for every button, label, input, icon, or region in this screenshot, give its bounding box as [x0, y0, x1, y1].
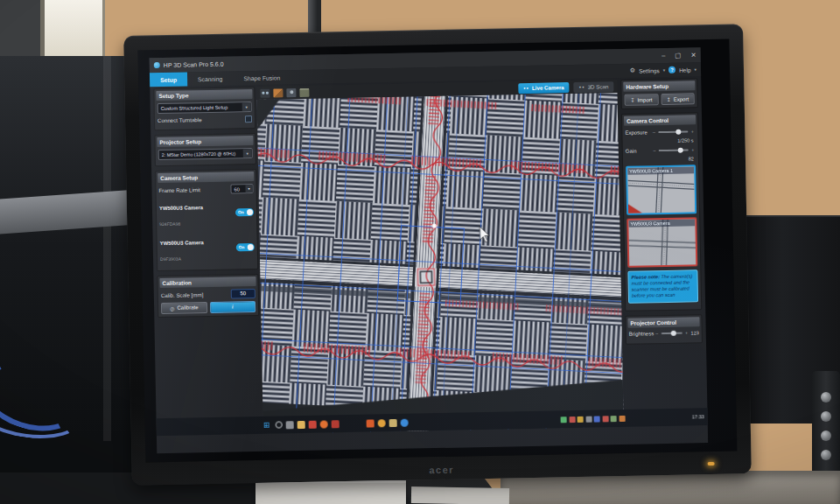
brightness-slider[interactable]: – + 123 [654, 330, 699, 336]
exposure-slider[interactable]: – + [651, 129, 695, 135]
live-camera-button[interactable]: ●● Live Camera [518, 82, 570, 94]
chevron-down-icon: ▾ [694, 66, 696, 72]
tray-icon-red[interactable] [569, 416, 575, 423]
camera-1-serial: 924FDA98 [159, 221, 180, 227]
tray-icon-blue[interactable] [594, 416, 600, 422]
settings-gear-icon: ⚙ [630, 67, 635, 74]
camera-row-1: YW500U3 Camera 924FDA98 On [159, 196, 255, 230]
camera-2-thumbnail[interactable]: YW500U3 Camera [626, 217, 697, 268]
taskbar-pinned-blue[interactable] [401, 418, 409, 426]
camera-1-name: YW500U3 Camera [159, 205, 203, 211]
live-camera-icon: ●● [523, 86, 529, 90]
camera-2-toggle[interactable]: On [236, 243, 255, 251]
camera-2-thumbnail-label: YW500U3 Camera [628, 219, 695, 227]
folder-icon[interactable] [299, 88, 309, 96]
calibration-pattern-view [257, 93, 624, 434]
power-strip-button [821, 392, 831, 402]
search-icon[interactable] [276, 421, 283, 428]
tray-icon-olive[interactable] [611, 416, 617, 422]
frame-rate-label: Frame Rate Limit [158, 186, 200, 193]
pair-view-icon[interactable] [260, 88, 270, 97]
scan-3d-button[interactable]: ●● 3D Scan [574, 81, 614, 93]
projector-dropdown[interactable]: 2: MStar Demo (1280x720 @ 60Hz) ▾ [158, 148, 253, 160]
tray-icon-orange[interactable] [619, 415, 625, 421]
chevron-down-icon: ▾ [243, 149, 252, 158]
minus-icon[interactable]: – [651, 130, 656, 135]
hardware-panel: Hardware Setup ↧ Import ↥ Export [620, 78, 703, 348]
app-window: HP 3D Scan Pro 5.6.0 – ▢ ✕ Setup Scannin… [150, 47, 709, 453]
setup-type-section: Setup Type Custom Structured Light Setup… [153, 87, 256, 130]
target-pattern [257, 93, 624, 434]
camera-1-toggle[interactable]: On [235, 208, 254, 216]
camera-row-2: YW500U3 Camera D9F3903A On [159, 231, 255, 265]
power-led [708, 462, 715, 466]
wall-corner-shadow [0, 0, 42, 65]
calibration-info-button[interactable]: i [209, 301, 256, 313]
minus-icon[interactable]: – [654, 331, 660, 336]
tab-shape-fusion[interactable]: Shape Fusion [233, 70, 290, 85]
camera-1-thumbnail[interactable]: YW500U3 Camera 1 [626, 164, 696, 215]
minus-icon[interactable]: – [652, 148, 657, 153]
export-icon: ↥ [667, 96, 671, 102]
camera-1-thumbnail-label: YW500U3 Camera 1 [627, 166, 694, 174]
white-box-2 [411, 486, 509, 504]
projector-setup-header: Projector Setup [157, 136, 253, 147]
photo-scene: acer HP 3D Scan Pro 5.6.0 – ▢ ✕ Setup Sc [0, 0, 840, 504]
import-button[interactable]: ↧ Import [625, 94, 659, 106]
tray-icon-green[interactable] [561, 416, 567, 423]
projector-control-section: Projector Control Brightness – + 123 [625, 314, 703, 345]
turntable-checkbox[interactable] [245, 116, 252, 122]
taskbar-app-red[interactable] [309, 420, 317, 428]
tray-icon-gray[interactable] [585, 416, 592, 422]
calibration-section: Calibration Calib. Scale [mm] 50 ◎ Calib… [157, 273, 259, 317]
export-button[interactable]: ↥ Export [661, 93, 695, 105]
chevron-down-icon: ▾ [245, 185, 252, 192]
taskbar-pinned-red[interactable] [367, 419, 374, 427]
frame-rate-dropdown[interactable]: 60 ▾ [230, 184, 253, 193]
pattern-image-icon[interactable] [273, 88, 283, 97]
taskbar-pinned-folder[interactable] [389, 418, 397, 426]
toggle-knob [248, 244, 254, 250]
camera-control-section: Camera Control Exposure – + 1/250 s [621, 112, 702, 311]
system-tray [561, 415, 626, 422]
toggle-knob [247, 209, 253, 215]
setup-type-header: Setup Type [156, 89, 252, 101]
taskbar-clock[interactable]: 17:33 [692, 414, 704, 419]
camera-live-view[interactable] [257, 93, 624, 434]
task-view-icon[interactable] [286, 421, 294, 429]
file-explorer-icon[interactable] [298, 420, 305, 428]
camera-control-header: Camera Control [624, 115, 696, 126]
monitor: acer HP 3D Scan Pro 5.6.0 – ▢ ✕ Setup Sc [123, 24, 752, 485]
close-button[interactable]: ✕ [690, 51, 696, 59]
tab-scanning[interactable]: Scanning [187, 71, 234, 86]
turntable-label: Connect Turntable [158, 116, 202, 123]
help-icon: ? [668, 66, 676, 74]
tray-icon-yellow[interactable] [578, 416, 584, 422]
power-strip-button [821, 411, 831, 422]
help-menu[interactable]: Help [679, 66, 691, 73]
projector-setup-section: Projector Setup 2: MStar Demo (1280x720 … [154, 133, 256, 166]
taskbar-pinned-orange[interactable] [378, 419, 386, 427]
window-light [40, 0, 105, 60]
calib-scale-input[interactable]: 50 [231, 289, 256, 299]
plus-icon[interactable]: + [684, 331, 690, 336]
taskbar-app-red-2[interactable] [332, 420, 340, 428]
settings-menu[interactable]: Settings [639, 67, 660, 74]
calibrate-button[interactable]: ◎ Calibrate [161, 302, 207, 314]
power-strip-button [821, 430, 831, 441]
window-title: HP 3D Scan Pro 5.6.0 [164, 61, 224, 68]
start-button[interactable]: ⊞ [263, 421, 272, 429]
plus-icon[interactable]: + [690, 147, 696, 152]
setup-type-dropdown[interactable]: Custom Structured Light Setup ▾ [158, 102, 252, 114]
scan-note: Please note: The camera(s) must be conne… [627, 270, 698, 303]
minimize-button[interactable]: – [662, 52, 665, 60]
taskbar-browser-orange[interactable] [320, 420, 328, 428]
camera-icon[interactable] [286, 88, 296, 97]
tab-setup[interactable]: Setup [150, 72, 187, 87]
tray-icon-red-2[interactable] [602, 416, 608, 422]
plus-icon[interactable]: + [690, 129, 695, 134]
maximize-button[interactable]: ▢ [675, 52, 681, 60]
gain-label: Gain [626, 148, 637, 153]
exposure-label: Exposure [625, 130, 647, 135]
gain-slider[interactable]: – + [652, 147, 696, 153]
